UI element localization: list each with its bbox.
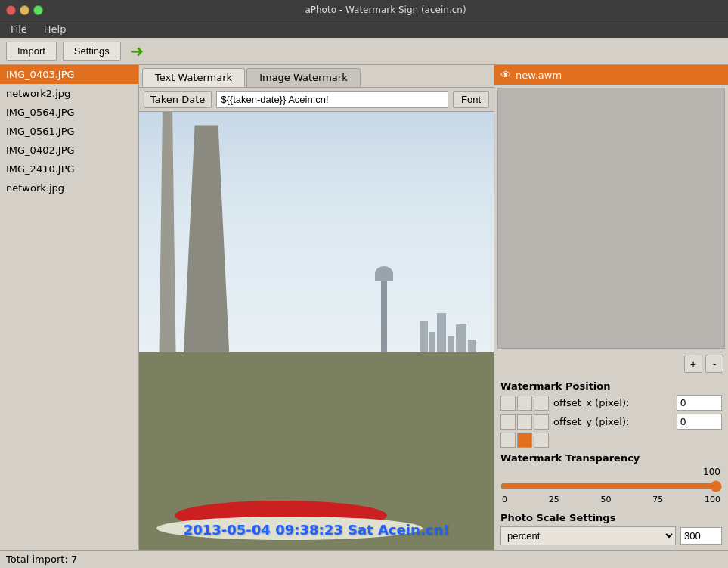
photo-preview: 2013-05-04 09:38:23 Sat Acein.cn! <box>139 112 494 550</box>
file-sidebar: IMG_0403.JPG network2.jpg IMG_0564.JPG I… <box>0 65 139 550</box>
file-item[interactable]: IMG_0402.JPG <box>0 141 138 160</box>
tick-75: 75 <box>652 495 663 504</box>
scale-select[interactable]: percentpixeloriginal <box>500 526 676 545</box>
import-button[interactable]: Import <box>6 42 57 61</box>
photo-scale-title: Photo Scale Settings <box>500 512 722 523</box>
transparency-title: Watermark Transparency <box>500 452 722 464</box>
app-container: Import Settings ➜ IMG_0403.JPG network2.… <box>0 38 728 568</box>
photo-scale-section: Photo Scale Settings percentpixelorigina… <box>500 512 722 545</box>
tower <box>381 281 387 357</box>
tick-100: 100 <box>705 495 720 504</box>
transparency-value: 100 <box>703 467 720 477</box>
content-area: IMG_0403.JPG network2.jpg IMG_0564.JPG I… <box>0 65 728 550</box>
tick-0: 0 <box>502 495 507 504</box>
taken-date-label: Taken Date <box>144 91 212 108</box>
pos-cell-1-1[interactable] <box>517 414 532 430</box>
scale-row: percentpixeloriginal <box>500 526 722 545</box>
right-panel: 👁 new.awm + - Watermark Position <box>494 65 728 550</box>
pos-cell-1-2[interactable] <box>534 414 549 430</box>
toolbar: Import Settings ➜ <box>0 38 728 65</box>
position-title: Watermark Position <box>500 380 722 392</box>
offset-x-label: offset_x (pixel): <box>553 397 677 408</box>
window-controls <box>6 5 43 15</box>
settings-button[interactable]: Settings <box>63 42 121 61</box>
go-arrow-icon[interactable]: ➜ <box>130 42 144 61</box>
slider-area: 0 25 50 75 100 <box>500 477 722 507</box>
file-item[interactable]: network2.jpg <box>0 84 138 103</box>
awm-title: new.awm <box>516 70 562 81</box>
center-panel: Text Watermark Image Watermark Taken Dat… <box>139 65 494 550</box>
photo-ground <box>139 352 494 550</box>
offset-y-input[interactable] <box>677 414 722 430</box>
menu-file[interactable]: File <box>3 22 35 36</box>
position-row-bottom <box>500 433 722 448</box>
pos-cell-2-0[interactable] <box>500 433 516 448</box>
scale-value-input[interactable] <box>680 527 722 545</box>
transparency-slider[interactable] <box>500 480 722 492</box>
position-grid-row2 <box>500 414 549 430</box>
position-section: Watermark Position offset_x (pixel): <box>500 380 722 448</box>
add-button[interactable]: + <box>684 355 702 373</box>
awm-header: 👁 new.awm <box>494 65 728 85</box>
tab-image-watermark[interactable]: Image Watermark <box>246 68 361 87</box>
position-grid <box>500 396 549 411</box>
pos-cell-2-1[interactable] <box>517 433 532 448</box>
close-button[interactable] <box>6 5 16 15</box>
slider-tick-labels: 0 25 50 75 100 <box>500 495 722 504</box>
titlebar: aPhoto - Watermark Sign (acein.cn) <box>0 0 728 20</box>
tab-bar: Text Watermark Image Watermark <box>139 65 494 88</box>
watermark-bar: Taken Date Font <box>139 88 494 112</box>
offset-x-input[interactable] <box>677 395 722 411</box>
file-item[interactable]: IMG_2410.JPG <box>0 160 138 178</box>
file-item[interactable]: network.jpg <box>0 178 138 197</box>
transparency-section: Watermark Transparency 100 0 25 50 75 10… <box>500 452 722 507</box>
settings-area: Watermark Position offset_x (pixel): <box>494 376 728 550</box>
window-title: aPhoto - Watermark Sign (acein.cn) <box>49 5 722 15</box>
file-item[interactable]: IMG_0561.JPG <box>0 122 138 141</box>
tick-50: 50 <box>601 495 612 504</box>
tick-25: 25 <box>549 495 559 504</box>
maximize-button[interactable] <box>33 5 43 15</box>
pos-cell-0-0[interactable] <box>500 396 516 411</box>
status-text: Total import: 7 <box>6 554 77 565</box>
watermark-text-input[interactable] <box>216 91 448 108</box>
statusbar: Total import: 7 <box>0 550 728 568</box>
watermark-overlay-text: 2013-05-04 09:38:23 Sat Acein.cn! <box>184 522 450 538</box>
minimize-button[interactable] <box>20 5 29 15</box>
remove-button[interactable]: - <box>705 355 723 373</box>
photo-simulation: 2013-05-04 09:38:23 Sat Acein.cn! <box>139 112 494 550</box>
awm-preview-area <box>497 88 725 349</box>
eye-icon: 👁 <box>500 69 511 81</box>
font-button[interactable]: Font <box>453 91 489 108</box>
position-row-y: offset_y (pixel): <box>500 414 722 430</box>
file-item[interactable]: IMG_0403.JPG <box>0 65 138 84</box>
pos-cell-1-0[interactable] <box>500 414 516 430</box>
position-grid-row3 <box>500 433 549 448</box>
file-item[interactable]: IMG_0564.JPG <box>0 103 138 122</box>
position-row-x: offset_x (pixel): <box>500 395 722 411</box>
pos-cell-0-1[interactable] <box>517 396 532 411</box>
awm-controls: + - <box>494 352 728 376</box>
menubar: File Help <box>0 20 728 38</box>
tab-text-watermark[interactable]: Text Watermark <box>142 68 245 87</box>
pos-cell-0-2[interactable] <box>534 396 549 411</box>
offset-y-label: offset_y (pixel): <box>553 416 677 427</box>
pos-cell-2-2[interactable] <box>534 433 549 448</box>
menu-help[interactable]: Help <box>36 22 74 36</box>
